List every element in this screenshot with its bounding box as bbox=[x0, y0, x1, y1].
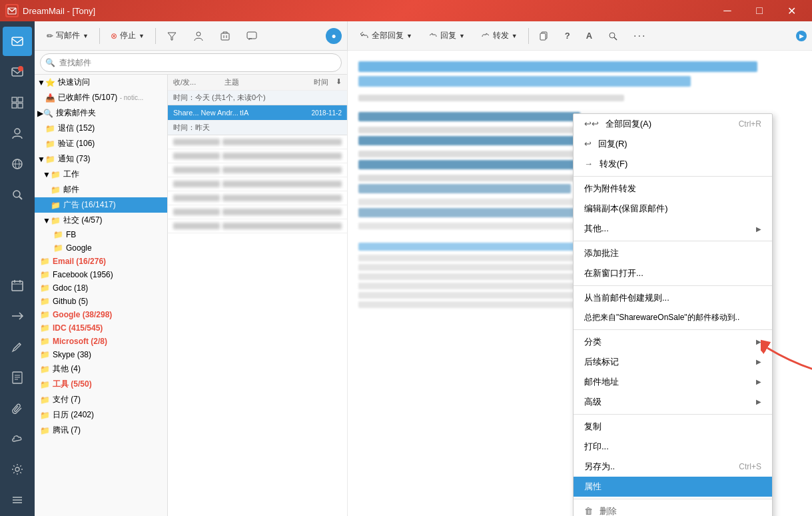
context-save-as[interactable]: 另存为.. Ctrl+S bbox=[574, 457, 772, 477]
email-item-8[interactable] bbox=[168, 219, 347, 233]
more-button[interactable]: ··· bbox=[627, 26, 653, 46]
tree-gdoc[interactable]: 📁 Gdoc (18) bbox=[35, 281, 167, 295]
tree-tencent[interactable]: 📁 腾讯 (7) bbox=[35, 423, 167, 438]
separator-r1 bbox=[528, 28, 529, 44]
reply-all-button[interactable]: 全部回复 ▼ bbox=[353, 26, 419, 46]
filter-icon bbox=[167, 31, 177, 41]
context-add-note[interactable]: 添加批注 bbox=[574, 243, 772, 263]
context-open-new[interactable]: 在新窗口打开... bbox=[574, 263, 772, 283]
right-toolbar: 全部回复 ▼ 回复 ▼ 转发 ▼ ? A bbox=[348, 21, 812, 51]
font-icon: A bbox=[586, 31, 592, 41]
context-print[interactable]: 打印... bbox=[574, 437, 772, 457]
stop-button[interactable]: ⊗ 停止 ▼ bbox=[104, 26, 151, 46]
tree-work[interactable]: ▼ 📁 工作 bbox=[35, 167, 167, 182]
tree-inbox[interactable]: 📥 已收邮件 (5/107) - notic... bbox=[35, 90, 167, 105]
tree-skype[interactable]: 📁 Skype (38) bbox=[35, 348, 167, 361]
chat-button[interactable] bbox=[240, 26, 264, 46]
sidebar-item-envelope[interactable] bbox=[3, 57, 32, 87]
context-edit-copy[interactable]: 编辑副本(保留原邮件) bbox=[574, 199, 772, 219]
context-other[interactable]: 其他... ▶ bbox=[574, 219, 772, 239]
email-item-7[interactable] bbox=[168, 205, 347, 219]
context-forward-attachment[interactable]: 作为附件转发 bbox=[574, 179, 772, 199]
delete-button[interactable] bbox=[213, 26, 237, 46]
email-item-4[interactable] bbox=[168, 163, 347, 177]
tree-facebook[interactable]: 📁 Facebook (1956) bbox=[35, 268, 167, 281]
context-reply-all[interactable]: ↩↩ 全部回复(A) Ctrl+R bbox=[574, 114, 772, 134]
context-email-addr[interactable]: 邮件地址 ▶ bbox=[574, 372, 772, 392]
work-folder-icon: 📁 bbox=[51, 170, 61, 179]
tree-ad[interactable]: 📁 广告 (16/1417) bbox=[35, 197, 167, 213]
context-forward[interactable]: → 转发(F) bbox=[574, 154, 772, 174]
help-button[interactable]: ? bbox=[558, 26, 577, 46]
tree-notice[interactable]: ▼ 📁 通知 (73) bbox=[35, 151, 167, 167]
context-copy[interactable]: 复制 bbox=[574, 417, 772, 437]
search-input[interactable] bbox=[40, 53, 342, 72]
email-item-5[interactable] bbox=[168, 177, 347, 191]
window-title: DreamMail - [Tony] bbox=[23, 6, 712, 16]
sidebar-item-attachment[interactable] bbox=[3, 393, 32, 423]
email-item-6[interactable] bbox=[168, 191, 347, 205]
tree-microsoft[interactable]: 📁 Microsoft (2/8) bbox=[35, 335, 167, 348]
tree-idc[interactable]: 📁 IDC (415/545) bbox=[35, 321, 167, 335]
context-properties[interactable]: 属性 bbox=[574, 477, 772, 497]
tree-quick-access[interactable]: ▼ ⭐ 快速访问 bbox=[35, 75, 167, 90]
sidebar-item-grid[interactable] bbox=[3, 88, 32, 117]
reply-button[interactable]: 回复 ▼ bbox=[422, 26, 472, 46]
maximize-button[interactable]: □ bbox=[744, 0, 775, 21]
sidebar-item-calendar[interactable] bbox=[3, 271, 32, 300]
tree-verify[interactable]: 📁 验证 (106) bbox=[35, 136, 167, 151]
sidebar-item-globe[interactable] bbox=[3, 149, 32, 179]
email-item-3[interactable] bbox=[168, 149, 347, 163]
avatar[interactable]: ● bbox=[326, 28, 342, 44]
tree-email[interactable]: 📁 Email (16/276) bbox=[35, 255, 167, 268]
tree-social[interactable]: ▼ 📁 社交 (4/57) bbox=[35, 213, 167, 228]
tree-returned[interactable]: 📁 退信 (152) bbox=[35, 121, 167, 136]
zoom-button[interactable] bbox=[602, 26, 624, 46]
context-reply[interactable]: ↩ 回复(R) bbox=[574, 134, 772, 154]
google2-folder-icon: 📁 bbox=[40, 310, 50, 319]
context-followup[interactable]: 后续标记 ▶ bbox=[574, 352, 772, 372]
sidebar-item-send[interactable] bbox=[3, 301, 32, 331]
tree-other[interactable]: 📁 其他 (4) bbox=[35, 361, 167, 377]
context-create-rule[interactable]: 从当前邮件创建规则... bbox=[574, 288, 772, 308]
context-classify[interactable]: 分类 ▶ bbox=[574, 332, 772, 352]
context-advanced[interactable]: 高级 ▶ bbox=[574, 392, 772, 412]
context-menu: ↩↩ 全部回复(A) Ctrl+R ↩ 回复(R) → 转发(F) bbox=[573, 113, 773, 516]
calendar-folder-icon: 📁 bbox=[40, 411, 50, 420]
stop-icon: ⊗ bbox=[111, 31, 117, 41]
tree-fb[interactable]: 📁 FB bbox=[35, 228, 167, 241]
context-delete[interactable]: 🗑 删除 bbox=[574, 501, 772, 516]
sidebar-item-contacts[interactable] bbox=[3, 119, 32, 148]
tree-google2[interactable]: 📁 Google (38/298) bbox=[35, 308, 167, 321]
email-item-1[interactable]: Share... New Andr... tIA 2018-11-2 bbox=[168, 105, 347, 121]
minimize-button[interactable]: ─ bbox=[712, 0, 743, 21]
close-button[interactable]: ✕ bbox=[776, 0, 807, 21]
submenu-arrow-2: ▶ bbox=[756, 338, 761, 345]
compose-button[interactable]: ✏ 写邮件 ▼ bbox=[40, 26, 95, 46]
sidebar-item-search[interactable] bbox=[3, 180, 32, 209]
tencent-folder-icon: 📁 bbox=[40, 426, 50, 435]
main-toolbar: ✏ 写邮件 ▼ ⊗ 停止 ▼ ● bbox=[35, 21, 347, 51]
tree-payment[interactable]: 📁 支付 (7) bbox=[35, 392, 167, 407]
filter-button[interactable] bbox=[160, 26, 184, 46]
sidebar-item-settings[interactable] bbox=[3, 455, 32, 484]
tree-github[interactable]: 📁 Github (5) bbox=[35, 295, 167, 308]
sidebar-item-cloud[interactable] bbox=[3, 424, 32, 453]
forward-button[interactable]: 转发 ▼ bbox=[474, 26, 524, 46]
person-button[interactable] bbox=[187, 26, 210, 46]
email-item-2[interactable] bbox=[168, 135, 347, 149]
tree-search-folder[interactable]: ▶ 🔍 搜索邮件夹 bbox=[35, 105, 167, 121]
tree-tools[interactable]: 📁 工具 (5/50) bbox=[35, 377, 167, 392]
tree-calendar[interactable]: 📁 日历 (2402) bbox=[35, 407, 167, 423]
font-button[interactable]: A bbox=[580, 26, 599, 46]
copy-button[interactable] bbox=[533, 26, 556, 46]
tree-google[interactable]: 📁 Google bbox=[35, 241, 167, 255]
sidebar-item-notes[interactable] bbox=[3, 363, 32, 392]
tree-mail[interactable]: 📁 邮件 bbox=[35, 182, 167, 197]
context-move-all[interactable]: 总把来自"SharewareOnSale"的邮件移动到.. bbox=[574, 308, 772, 327]
sidebar-item-mail[interactable] bbox=[3, 27, 32, 56]
sort-icon[interactable]: ⬇ bbox=[328, 77, 342, 87]
sidebar-item-edit[interactable] bbox=[3, 332, 32, 361]
sidebar-item-menu[interactable] bbox=[3, 485, 32, 515]
quick-access-icon: ⭐ bbox=[45, 78, 55, 87]
